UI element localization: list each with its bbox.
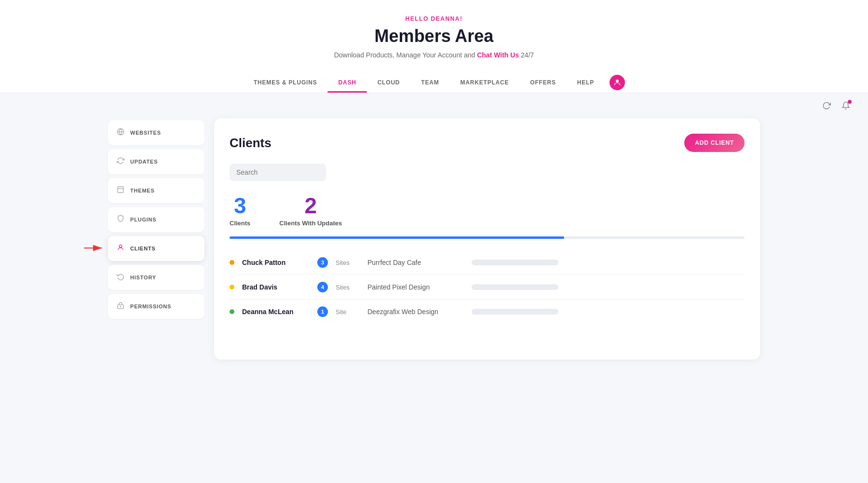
sites-label: Site	[336, 308, 360, 316]
subtitle: Download Products, Manage Your Account a…	[10, 51, 858, 59]
sidebar-item-plugins-label: PLUGINS	[130, 217, 157, 222]
client-list: Chuck Patton 3 Sites Purrfect Day Cafe B…	[230, 250, 745, 324]
progress-bar-background	[230, 236, 745, 239]
sidebar: WEBSITES UPDATES THEMES PLUGINS	[108, 118, 204, 319]
stats-row: 3 Clients 2 Clients With Updates	[230, 194, 745, 227]
main-nav: THEMES & PLUGINS DASH CLOUD TEAM MARKETP…	[10, 72, 858, 93]
content-area: Clients ADD CLIENT 3 Clients 2 Clients W…	[214, 118, 760, 359]
user-avatar[interactable]	[610, 75, 625, 90]
stat-updates-count: 2	[279, 194, 342, 217]
sidebar-item-updates[interactable]: UPDATES	[108, 149, 204, 174]
sidebar-item-clients[interactable]: CLIENTS	[108, 236, 204, 261]
themes-icon	[117, 186, 124, 195]
company-name: Purrfect Day Cafe	[367, 259, 464, 266]
history-icon	[117, 273, 124, 282]
updates-icon	[117, 157, 124, 166]
svg-point-0	[616, 80, 619, 83]
stat-clients: 3 Clients	[230, 194, 250, 227]
stat-clients-label: Clients	[230, 220, 250, 227]
globe-icon	[117, 128, 124, 138]
table-row[interactable]: Deanna McLean 1 Site Deezgrafix Web Desi…	[230, 300, 745, 324]
notification-dot	[848, 100, 852, 104]
content-header: Clients ADD CLIENT	[230, 134, 745, 152]
toolbar-row	[0, 93, 868, 118]
sites-badge: 1	[317, 306, 328, 317]
sidebar-item-plugins[interactable]: PLUGINS	[108, 207, 204, 232]
svg-point-7	[119, 245, 122, 248]
sidebar-item-history-label: HISTORY	[130, 275, 156, 280]
sites-label: Sites	[336, 284, 360, 291]
refresh-icon[interactable]	[820, 99, 833, 112]
plugins-icon	[117, 215, 124, 224]
stat-updates-label: Clients With Updates	[279, 220, 342, 227]
svg-point-8	[120, 306, 121, 307]
sidebar-item-clients-label: CLIENTS	[130, 246, 156, 251]
nav-item-themes-plugins[interactable]: THEMES & PLUGINS	[243, 72, 327, 93]
company-name: Deezgrafix Web Design	[367, 308, 464, 316]
page-header: HELLO DEANNA! Members Area Download Prod…	[0, 0, 868, 93]
blurred-info	[472, 260, 558, 265]
nav-item-help[interactable]: HELP	[567, 72, 605, 93]
table-row[interactable]: Chuck Patton 3 Sites Purrfect Day Cafe	[230, 250, 745, 275]
sidebar-item-permissions[interactable]: PERMISSIONS	[108, 294, 204, 319]
subtitle-start: Download Products, Manage Your Account a…	[334, 51, 477, 59]
client-name: Brad Davis	[242, 283, 310, 291]
svg-rect-3	[118, 187, 123, 193]
nav-item-cloud[interactable]: CLOUD	[367, 72, 411, 93]
company-name: Painted Pixel Design	[367, 283, 464, 291]
sites-badge: 4	[317, 282, 328, 292]
table-row[interactable]: Brad Davis 4 Sites Painted Pixel Design	[230, 275, 745, 300]
nav-item-marketplace[interactable]: MARKETPLACE	[450, 72, 520, 93]
sidebar-item-updates-label: UPDATES	[130, 159, 158, 165]
blurred-info	[472, 284, 558, 290]
sidebar-item-themes-label: THEMES	[130, 188, 155, 193]
stat-clients-count: 3	[230, 194, 250, 217]
status-dot-orange	[230, 260, 234, 265]
nav-item-offers[interactable]: OFFERS	[519, 72, 566, 93]
clients-icon	[117, 244, 124, 253]
sidebar-item-websites-label: WEBSITES	[130, 130, 161, 136]
arrow-indicator	[84, 241, 106, 256]
stat-updates: 2 Clients With Updates	[279, 194, 342, 227]
clients-page-title: Clients	[230, 136, 271, 151]
sidebar-item-history[interactable]: HISTORY	[108, 265, 204, 290]
nav-item-dash[interactable]: DASH	[327, 72, 366, 93]
permissions-icon	[117, 302, 124, 311]
nav-item-team[interactable]: TEAM	[410, 72, 449, 93]
add-client-button[interactable]: ADD CLIENT	[684, 134, 745, 152]
progress-bar-fill	[230, 236, 564, 239]
client-name: Chuck Patton	[242, 259, 310, 266]
status-dot-yellow	[230, 285, 234, 290]
notifications-icon[interactable]	[839, 99, 853, 112]
search-input[interactable]	[230, 164, 326, 181]
sidebar-item-themes[interactable]: THEMES	[108, 178, 204, 203]
sidebar-item-websites[interactable]: WEBSITES	[108, 120, 204, 145]
sidebar-item-permissions-label: PERMISSIONS	[130, 304, 171, 309]
status-dot-green	[230, 309, 234, 314]
blurred-info	[472, 309, 558, 315]
sites-label: Sites	[336, 259, 360, 266]
chat-link[interactable]: Chat With Us	[477, 51, 519, 59]
sites-badge: 3	[317, 257, 328, 268]
hello-greeting: HELLO DEANNA!	[10, 15, 858, 22]
page-main-title: Members Area	[10, 26, 858, 46]
main-layout: WEBSITES UPDATES THEMES PLUGINS	[96, 118, 772, 379]
subtitle-end: 24/7	[519, 51, 534, 59]
client-name: Deanna McLean	[242, 308, 310, 316]
